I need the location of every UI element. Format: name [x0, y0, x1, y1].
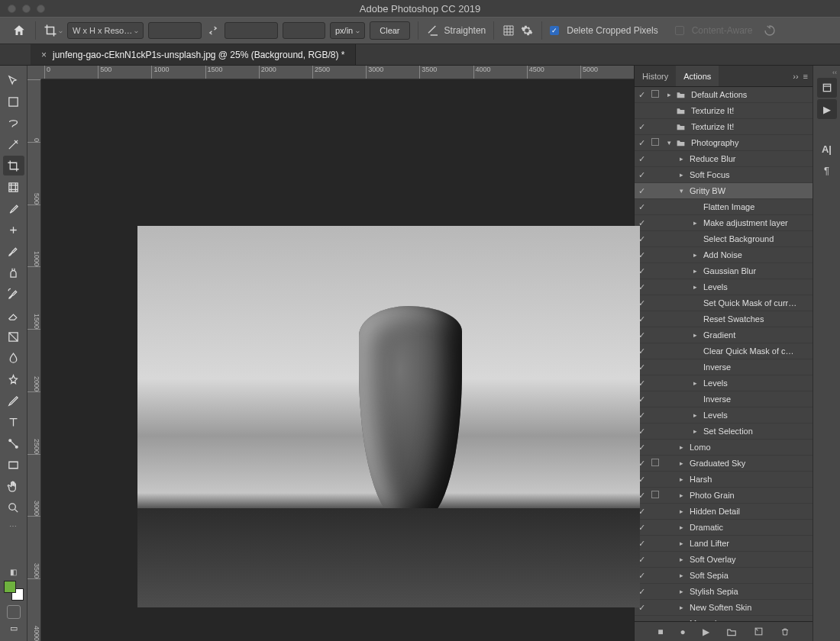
- tab-history[interactable]: History: [635, 66, 676, 86]
- action-row[interactable]: ✓▸Soft Overlay: [635, 552, 813, 568]
- action-toggle-check[interactable]: ✓: [635, 122, 648, 132]
- action-row[interactable]: ✓Set Quick Mask of curr…: [635, 295, 813, 311]
- action-row[interactable]: ✓Reset Swatches: [635, 311, 813, 327]
- quick-mask-icon[interactable]: [7, 605, 21, 619]
- maximize-window-icon[interactable]: [37, 5, 45, 13]
- tool-zoom[interactable]: [3, 498, 24, 517]
- action-toggle-check[interactable]: ✓: [635, 186, 648, 196]
- home-button[interactable]: [11, 22, 27, 39]
- action-row[interactable]: ✓Flatten Image: [635, 199, 813, 215]
- document-tab[interactable]: × junfeng-gao-cEknN1ckP1s-unsplash.jpg @…: [31, 44, 356, 65]
- tool-hand[interactable]: [3, 476, 24, 496]
- tool-eyedropper[interactable]: [3, 198, 24, 218]
- delete-cropped-label[interactable]: Delete Cropped Pixels: [567, 25, 657, 36]
- action-disclosure-icon[interactable]: ▸: [674, 491, 688, 499]
- delete-cropped-checkbox[interactable]: ✓: [550, 26, 559, 35]
- action-row[interactable]: ✓Inverse: [635, 359, 813, 375]
- record-action-icon[interactable]: ●: [680, 627, 686, 637]
- clear-button[interactable]: Clear: [370, 21, 409, 40]
- delete-action-icon[interactable]: [780, 627, 790, 637]
- tool-clone[interactable]: [3, 263, 24, 282]
- tool-pen[interactable]: [3, 391, 24, 411]
- ruler-origin[interactable]: [27, 66, 41, 79]
- crop-settings-icon[interactable]: [520, 24, 534, 37]
- actions-list[interactable]: ✓▸Default ActionsTexturize It!✓Texturize…: [635, 87, 813, 621]
- action-row[interactable]: ✓▸Soft Focus: [635, 167, 813, 183]
- action-row[interactable]: ✓Clear Quick Mask of c…: [635, 343, 813, 359]
- action-row[interactable]: ✓▸Gradient: [635, 327, 813, 343]
- color-swatches[interactable]: [4, 581, 24, 601]
- action-row[interactable]: ✓▸Gaussian Blur: [635, 263, 813, 279]
- swap-dimensions-icon[interactable]: [206, 25, 220, 36]
- crop-unit-select[interactable]: px/in⌵: [330, 22, 365, 39]
- action-disclosure-icon[interactable]: ▾: [662, 139, 676, 147]
- action-disclosure-icon[interactable]: ▸: [688, 331, 702, 339]
- overlay-grid-icon[interactable]: [502, 24, 515, 37]
- action-disclosure-icon[interactable]: ▸: [688, 267, 702, 275]
- tool-marquee[interactable]: [3, 92, 24, 111]
- action-row[interactable]: ✓▸Add Noise: [635, 247, 813, 263]
- tool-magic-wand[interactable]: [3, 134, 24, 154]
- action-disclosure-icon[interactable]: ▸: [688, 411, 702, 419]
- action-row[interactable]: ✓Inverse: [635, 391, 813, 407]
- active-tool-icon[interactable]: ⌵: [44, 24, 63, 37]
- tool-brush[interactable]: [3, 241, 24, 261]
- tool-dodge[interactable]: [3, 369, 24, 389]
- action-row[interactable]: ✓▸Graduated Sky: [635, 456, 813, 472]
- action-toggle-check[interactable]: ✓: [635, 170, 648, 180]
- action-disclosure-icon[interactable]: ▸: [674, 556, 688, 563]
- collapse-panel-icon[interactable]: ››: [793, 72, 798, 81]
- action-disclosure-icon[interactable]: ▸: [674, 459, 688, 467]
- crop-height-input[interactable]: [225, 22, 278, 39]
- straighten-label[interactable]: Straighten: [444, 25, 486, 36]
- action-disclosure-icon[interactable]: ▸: [674, 604, 688, 611]
- content-aware-checkbox[interactable]: [675, 26, 684, 35]
- tool-eraser[interactable]: [3, 305, 24, 325]
- action-row[interactable]: Texturize It!: [635, 103, 813, 119]
- action-row[interactable]: ✓▸Soft Sepia: [635, 568, 813, 584]
- default-colors-icon[interactable]: ◧: [10, 568, 17, 576]
- action-disclosure-icon[interactable]: ▸: [674, 572, 688, 579]
- action-row[interactable]: ✓▾Gritty BW: [635, 183, 813, 199]
- action-row[interactable]: ✓▸Land Lifter: [635, 536, 813, 552]
- crop-resolution-input[interactable]: [283, 22, 325, 39]
- action-disclosure-icon[interactable]: ▸: [674, 171, 688, 179]
- traffic-lights[interactable]: [0, 5, 45, 13]
- tool-type[interactable]: [3, 412, 24, 432]
- action-dialog-toggle[interactable]: [648, 138, 662, 147]
- close-tab-icon[interactable]: ×: [41, 50, 47, 60]
- action-disclosure-icon[interactable]: ▾: [674, 187, 688, 195]
- action-toggle-check[interactable]: ✓: [635, 202, 648, 212]
- action-disclosure-icon[interactable]: ▸: [662, 91, 676, 98]
- action-row[interactable]: ✓Texturize It!: [635, 119, 813, 135]
- close-window-icon[interactable]: [8, 5, 16, 13]
- play-action-icon[interactable]: ▶: [703, 627, 709, 637]
- action-row[interactable]: ✓▸Stylish Sepia: [635, 584, 813, 600]
- minimize-window-icon[interactable]: [22, 5, 31, 13]
- action-row[interactable]: ✓▸Levels: [635, 279, 813, 295]
- ruler-vertical[interactable]: 05001000150020002500300035004000: [27, 79, 41, 641]
- action-disclosure-icon[interactable]: ▸: [674, 475, 688, 483]
- action-row[interactable]: ✓▸Harsh: [635, 472, 813, 488]
- action-row[interactable]: ✓▸Hidden Detail: [635, 504, 813, 520]
- tool-crop[interactable]: [3, 156, 24, 176]
- straighten-icon[interactable]: [426, 24, 440, 37]
- action-toggle-check[interactable]: ✓: [635, 154, 648, 164]
- action-disclosure-icon[interactable]: ▸: [674, 523, 688, 531]
- tool-healing[interactable]: [3, 220, 24, 240]
- action-row[interactable]: ✓▸Levels: [635, 375, 813, 391]
- tool-blur[interactable]: [3, 348, 24, 368]
- canvas-area[interactable]: 0500100015002000250030003500400045005000…: [27, 66, 634, 641]
- crop-width-input[interactable]: [148, 22, 202, 39]
- action-toggle-check[interactable]: ✓: [635, 90, 648, 100]
- action-row[interactable]: ✓▸New Soften Skin: [635, 600, 813, 616]
- tool-rectangle[interactable]: [3, 455, 24, 475]
- panel-menu-icon[interactable]: ≡: [803, 72, 808, 81]
- dock-libraries-icon[interactable]: [817, 78, 837, 98]
- reset-crop-icon[interactable]: [763, 24, 777, 37]
- screen-mode-icon[interactable]: ▭: [10, 623, 18, 633]
- new-action-icon[interactable]: [754, 627, 764, 636]
- ruler-horizontal[interactable]: 0500100015002000250030003500400045005000: [41, 66, 634, 79]
- dock-paragraph-icon[interactable]: ¶: [817, 160, 837, 180]
- tool-frame[interactable]: [3, 177, 24, 197]
